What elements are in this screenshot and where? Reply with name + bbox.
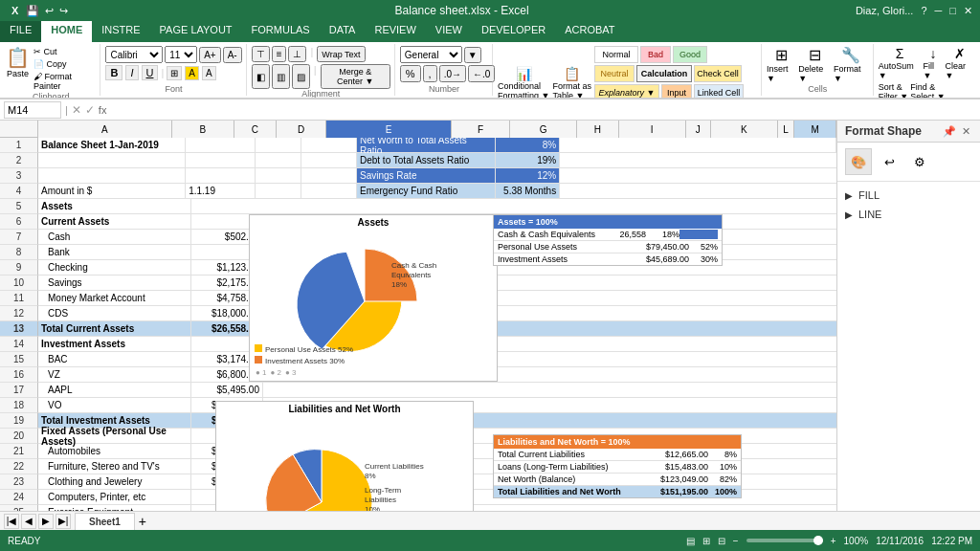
- find-select-button[interactable]: Find &Select ▼: [910, 82, 945, 99]
- cell-C1[interactable]: [256, 138, 301, 152]
- style-bad[interactable]: Bad: [640, 46, 671, 63]
- panel-close-button[interactable]: ✕: [960, 125, 972, 138]
- tab-sheet1[interactable]: Sheet1: [75, 513, 135, 530]
- bold-button[interactable]: B: [105, 65, 122, 80]
- align-bottom-button[interactable]: ⊥: [288, 46, 306, 62]
- cell-A7[interactable]: Cash: [38, 230, 191, 244]
- style-linked-cell[interactable]: Linked Cell: [694, 84, 744, 99]
- help-icon[interactable]: ?: [921, 5, 926, 17]
- tab-insert[interactable]: INSTRE: [92, 21, 149, 42]
- cell-A16[interactable]: VZ: [38, 367, 191, 382]
- cell-B2[interactable]: [186, 153, 255, 167]
- assets-chart[interactable]: Assets Personal Use Assets 52% Inve: [249, 214, 498, 382]
- cell-B1[interactable]: [186, 138, 255, 152]
- fill-section[interactable]: ▶ FILL: [845, 186, 972, 205]
- delete-button[interactable]: ⊟ Delete ▼: [798, 46, 832, 83]
- align-center-button[interactable]: ▥: [272, 64, 290, 89]
- cell-A10[interactable]: Savings: [38, 276, 191, 290]
- percent-button[interactable]: %: [400, 65, 421, 82]
- cell-A6[interactable]: Current Assets: [38, 214, 191, 229]
- cell-A17[interactable]: AAPL: [38, 383, 191, 397]
- cell-D1[interactable]: [301, 138, 357, 152]
- tab-review[interactable]: REVIEW: [365, 21, 425, 42]
- number-format-select[interactable]: General: [400, 46, 462, 63]
- format-button[interactable]: 🔧 Format ▼: [834, 46, 869, 83]
- font-color-button[interactable]: A: [202, 66, 216, 80]
- underline-button[interactable]: U: [142, 65, 159, 80]
- tab-data[interactable]: DATA: [320, 21, 366, 42]
- cell-rest-4[interactable]: [560, 184, 836, 198]
- close-icon[interactable]: ✕: [964, 5, 972, 17]
- redo-icon[interactable]: ↪: [59, 5, 68, 17]
- font-name-select[interactable]: Calibri: [105, 46, 163, 63]
- comma-button[interactable]: ,: [423, 65, 437, 82]
- line-section[interactable]: ▶ LINE: [845, 205, 972, 224]
- cell-A11[interactable]: Money Market Account: [38, 291, 191, 305]
- style-explanatory[interactable]: Explanatory ▼: [594, 84, 659, 99]
- wrap-text-button[interactable]: Wrap Text: [317, 46, 365, 62]
- cell-reference-input[interactable]: M14: [4, 101, 61, 119]
- align-top-button[interactable]: ⊤: [252, 46, 270, 62]
- last-sheet-button[interactable]: ▶|: [56, 514, 71, 529]
- tab-page-layout[interactable]: PAGE LAYOUT: [150, 21, 242, 42]
- tab-acrobat[interactable]: ACROBAT: [555, 21, 624, 42]
- formula-input[interactable]: [114, 104, 976, 116]
- style-input[interactable]: Input: [661, 84, 692, 99]
- cell-A21[interactable]: Automobiles: [38, 444, 191, 458]
- cell-A14[interactable]: Investment Assets: [38, 337, 191, 351]
- confirm-formula-icon[interactable]: ✓: [85, 103, 95, 117]
- undo-icon[interactable]: ↩: [45, 5, 54, 17]
- tab-view[interactable]: VIEW: [426, 21, 472, 42]
- zoom-in-icon[interactable]: +: [831, 536, 836, 546]
- cell-A25[interactable]: Exercise Equipment: [38, 505, 191, 511]
- shape-options-icon-button[interactable]: ⚙: [906, 148, 933, 175]
- clear-button[interactable]: ✗ Clear ▼: [946, 46, 974, 80]
- style-neutral[interactable]: Neutral: [594, 65, 635, 82]
- cell-D3[interactable]: [301, 168, 357, 183]
- prev-sheet-button[interactable]: ◀: [21, 514, 36, 529]
- liabilities-chart[interactable]: Liabilities and Net Worth Current Liabil…: [215, 401, 474, 511]
- view-pagebreak-icon[interactable]: ⊟: [718, 536, 725, 546]
- style-normal[interactable]: Normal: [594, 46, 638, 63]
- add-sheet-button[interactable]: +: [139, 514, 146, 529]
- style-check-cell[interactable]: Check Cell: [694, 65, 742, 82]
- next-sheet-button[interactable]: ▶: [38, 514, 54, 529]
- autosum-button[interactable]: Σ AutoSum ▼: [879, 46, 922, 80]
- save-icon[interactable]: 💾: [26, 5, 39, 17]
- align-middle-button[interactable]: ≡: [272, 46, 287, 62]
- cell-A12[interactable]: CDS: [38, 306, 191, 320]
- cell-F1[interactable]: 8%: [496, 138, 561, 152]
- cell-A24[interactable]: Computers, Printer, etc: [38, 490, 191, 504]
- cell-E2[interactable]: Debt to Total Assets Ratio: [357, 153, 496, 167]
- tab-developer[interactable]: DEVELOPER: [472, 21, 555, 42]
- cell-A18[interactable]: VO: [38, 398, 191, 412]
- conditional-format-button[interactable]: 📊 ConditionalFormatting ▼: [498, 66, 549, 99]
- cell-A2[interactable]: [38, 153, 186, 167]
- cell-A20[interactable]: Fixed Assets (Personal Use Assets): [38, 429, 191, 443]
- cell-B4[interactable]: 1.1.19: [186, 184, 255, 198]
- restore-icon[interactable]: □: [949, 5, 956, 17]
- cell-A22[interactable]: Furniture, Stereo and TV's: [38, 459, 191, 474]
- cell-A9[interactable]: Checking: [38, 260, 191, 275]
- insert-button[interactable]: ⊞ Insert ▼: [767, 46, 796, 83]
- cell-F4[interactable]: 5.38 Months: [496, 184, 561, 198]
- tab-home[interactable]: HOME: [41, 21, 92, 42]
- view-normal-icon[interactable]: ▤: [686, 536, 695, 546]
- cell-E1[interactable]: Net Worth to Total Assets Ratio: [357, 138, 496, 152]
- minimize-icon[interactable]: ─: [935, 5, 943, 17]
- cell-A23[interactable]: Clothing and Jewelery: [38, 474, 191, 489]
- cell-A15[interactable]: BAC: [38, 352, 191, 366]
- tab-file[interactable]: FILE: [0, 21, 41, 42]
- cell-F2[interactable]: 19%: [496, 153, 561, 167]
- cell-C4[interactable]: [256, 184, 301, 198]
- cell-rest-2[interactable]: [560, 153, 836, 167]
- format-painter-button[interactable]: 🖌 Format Painter: [32, 71, 96, 92]
- cell-rest-3[interactable]: [560, 168, 836, 183]
- fill-effects-icon-button[interactable]: 🎨: [845, 148, 872, 175]
- cell-A8[interactable]: Bank: [38, 245, 191, 259]
- first-sheet-button[interactable]: |◀: [4, 514, 19, 529]
- font-size-select[interactable]: 11: [165, 46, 197, 63]
- merge-center-button[interactable]: Merge & Center ▼: [321, 64, 390, 89]
- cancel-formula-icon[interactable]: ✕: [72, 103, 81, 117]
- cell-A1[interactable]: Balance Sheet 1-Jan-2019: [38, 138, 186, 152]
